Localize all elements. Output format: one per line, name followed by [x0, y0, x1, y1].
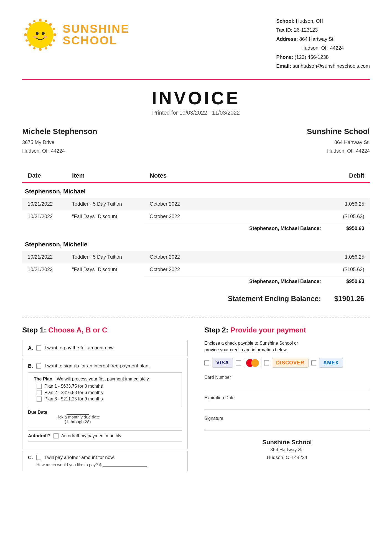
col-item: Item — [67, 169, 144, 183]
school-info: School: Hudson, OH Tax ID: 26-123123 Add… — [276, 17, 370, 70]
autodraft-label: Autodraft? — [28, 433, 51, 438]
option-a-label: A. — [28, 345, 33, 351]
step1-num: Step 1: — [22, 326, 46, 334]
row1-item: Toddler - 5 Day Tuition — [67, 198, 144, 210]
option-b-checkbox[interactable] — [36, 364, 41, 369]
expiration-input[interactable] — [204, 402, 370, 410]
col-date: Date — [22, 169, 67, 183]
step2-footer: Sunshine School 864 Hartway St. Hudson, … — [204, 439, 370, 462]
billing-school-name: Sunshine School — [203, 127, 370, 136]
plan-desc: We will process your first payment immed… — [57, 377, 150, 382]
section-balance-michael: Stephenson, Michael Balance: $950.63 — [22, 223, 370, 236]
address-label: Address: — [276, 36, 298, 42]
pay-amount-underline — [103, 466, 147, 467]
visa-checkbox[interactable] — [204, 360, 209, 365]
due-date-row: Due Date Pick a monthly due date (1 thro… — [28, 410, 182, 424]
autodraft-checkbox[interactable] — [54, 433, 58, 438]
card-number-input[interactable] — [204, 382, 370, 389]
svg-point-8 — [24, 33, 27, 36]
option-b-text: I want to sign up for an interest free-p… — [45, 363, 150, 369]
row2-date: 10/21/2022 — [22, 210, 67, 223]
section-name-michelle: Stephenson, Michelle — [22, 236, 370, 251]
svg-point-19 — [45, 20, 47, 22]
signature-label: Signature — [204, 416, 370, 421]
sunshine-school-logo — [22, 17, 58, 53]
school-label: School: — [276, 18, 295, 24]
plan3-text: Plan 3 - $211.25 for 9 months — [44, 397, 103, 402]
svg-point-2 — [36, 32, 39, 35]
option-b-label: B. — [28, 363, 33, 369]
row2-notes: October 2022 — [144, 210, 325, 223]
school-value: Hudson, OH — [296, 18, 324, 24]
mc-circle-right — [251, 359, 259, 367]
svg-point-10 — [29, 23, 31, 26]
plan-box: The Plan We will process your first paym… — [28, 372, 182, 407]
phone-label: Phone: — [276, 54, 293, 60]
step2-container: Step 2: Provide your payment Enclose a c… — [204, 326, 370, 471]
option-a-checkbox[interactable] — [36, 345, 41, 350]
plan-item-2: Plan 2 - $316.88 for 6 months — [37, 390, 176, 395]
svg-point-17 — [53, 39, 55, 42]
table-header-row: Date Item Notes Debit — [22, 169, 370, 183]
expiration-group: Expiration Date — [204, 395, 370, 410]
amex-checkbox[interactable] — [311, 360, 316, 365]
mc-brand — [244, 358, 261, 368]
card-number-label: Card Number — [204, 375, 370, 380]
visa-brand: VISA — [212, 358, 233, 368]
invoice-title-section: INVOICE Printed for 10/03/2022 - 11/03/2… — [22, 88, 370, 116]
address-line2: Hudson, OH 44224 — [301, 45, 344, 51]
option-c-label: C. — [28, 455, 33, 461]
address-line1: 864 Hartway St — [299, 36, 334, 42]
row1-notes: October 2022 — [144, 198, 325, 210]
logo-sunshine: SUNSHINE — [63, 23, 129, 35]
svg-point-14 — [26, 28, 28, 30]
plan1-checkbox[interactable] — [37, 384, 42, 389]
signature-input[interactable] — [204, 423, 370, 430]
step1-container: Step 1: Choose A, B or C A. I want to pa… — [22, 326, 188, 471]
payment-section: Step 1: Choose A, B or C A. I want to pa… — [22, 326, 370, 471]
mc-checkbox[interactable] — [236, 360, 241, 365]
invoice-subtitle: Printed for 10/03/2022 - 11/03/2022 — [22, 110, 370, 116]
svg-point-6 — [39, 19, 42, 21]
footer-school-name: Sunshine School — [204, 439, 370, 446]
svg-point-15 — [26, 39, 28, 42]
row4-item: "Fall Days" Discount — [67, 263, 144, 276]
logo-text: SUNSHINE SCHOOL — [63, 23, 129, 46]
statement-balance-row: Statement Ending Balance: $1901.26 — [22, 289, 370, 309]
option-a-text: I want to pay the full amount now. — [45, 345, 114, 351]
section-header-michelle: Stephenson, Michelle — [22, 236, 370, 251]
pay-amount-line: How much would you like to pay? $ — [36, 462, 182, 467]
svg-point-12 — [29, 44, 31, 46]
svg-point-16 — [53, 28, 55, 30]
svg-point-18 — [33, 20, 35, 22]
svg-point-7 — [39, 48, 42, 51]
discover-brand: DISCOVER — [272, 358, 309, 368]
table-row: 10/21/2022 Toddler - 5 Day Tuition Octob… — [22, 198, 370, 210]
svg-point-9 — [54, 33, 56, 36]
svg-point-1 — [30, 24, 51, 45]
table-row: 10/21/2022 "Fall Days" Discount October … — [22, 263, 370, 276]
billing-row: Michele Stephenson 3675 My Drive Hudson,… — [22, 127, 370, 155]
svg-point-20 — [33, 47, 35, 49]
billing-right: Sunshine School 864 Hartway St. Hudson, … — [203, 127, 370, 155]
row3-notes: October 2022 — [144, 251, 325, 263]
footer-addr2: Hudson, OH 44224 — [204, 454, 370, 462]
plan2-checkbox[interactable] — [37, 390, 42, 395]
client-name: Michele Stephenson — [22, 127, 189, 136]
option-c-checkbox[interactable] — [36, 455, 41, 460]
plan3-checkbox[interactable] — [37, 397, 42, 402]
plan-label: The Plan — [34, 377, 52, 382]
svg-point-13 — [49, 44, 52, 46]
row4-debit: ($105.63) — [325, 263, 370, 276]
pay-amount-sub: How much would you like to pay? $ — [36, 462, 101, 467]
logo-school: SCHOOL — [63, 35, 129, 46]
plan-options: Plan 1 - $633.75 for 3 months Plan 2 - $… — [37, 384, 176, 402]
svg-point-4 — [33, 36, 37, 38]
header-divider — [22, 79, 370, 80]
discover-checkbox[interactable] — [264, 360, 269, 365]
row3-date: 10/21/2022 — [22, 251, 67, 263]
client-addr1: 3675 My Drive — [22, 138, 189, 147]
row4-notes: October 2022 — [144, 263, 325, 276]
amex-brand: AMEX — [319, 358, 343, 368]
step2-num: Step 2: — [204, 326, 228, 334]
